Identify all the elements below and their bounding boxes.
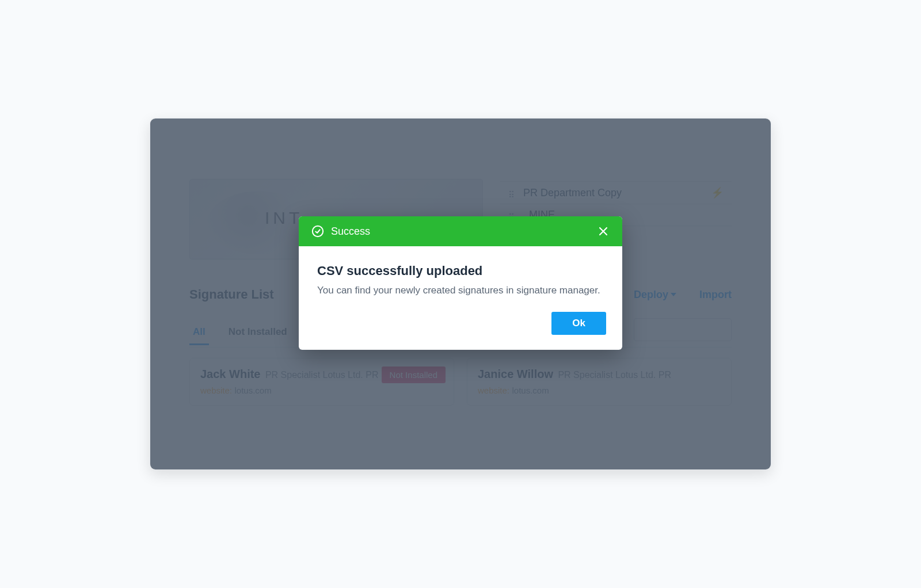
modal-footer: Ok [299, 312, 622, 350]
modal-description: You can find your newly created signatur… [317, 283, 604, 298]
success-check-icon [311, 225, 324, 238]
modal-title: CSV successfully uploaded [317, 264, 604, 278]
app-window: INT PR Department Copy ⚡ _MINE Signature… [150, 118, 771, 470]
close-button[interactable] [597, 225, 610, 238]
modal-header-title: Success [331, 226, 370, 238]
close-icon [598, 226, 608, 236]
success-modal: Success CSV successfully uploaded You ca… [299, 216, 622, 350]
modal-overlay: Success CSV successfully uploaded You ca… [150, 119, 771, 469]
modal-body: CSV successfully uploaded You can find y… [299, 246, 622, 312]
main-content: INT PR Department Copy ⚡ _MINE Signature… [150, 119, 771, 469]
modal-header: Success [299, 216, 622, 246]
ok-button[interactable]: Ok [551, 312, 606, 335]
svg-point-0 [313, 226, 323, 236]
